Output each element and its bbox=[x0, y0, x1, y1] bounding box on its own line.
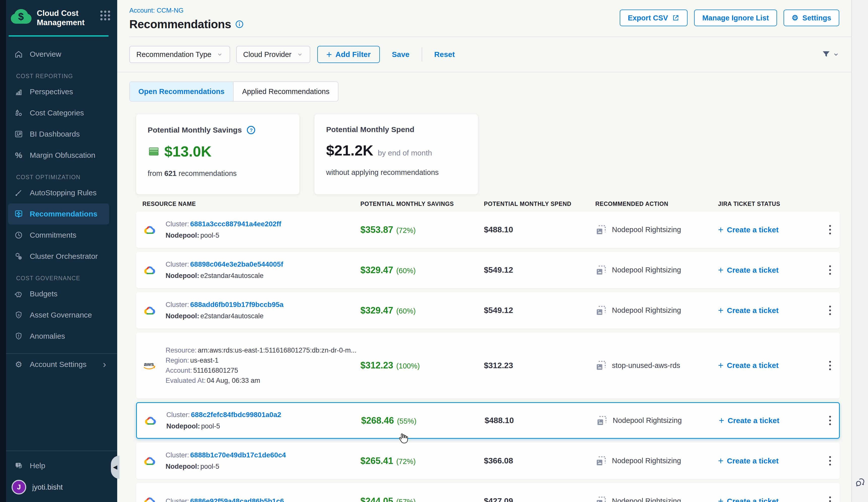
create-ticket-link[interactable]: +Create a ticket bbox=[719, 416, 821, 425]
gear-icon: ⚙ bbox=[792, 14, 798, 22]
col-jira-ticket-status: JIRA TICKET STATUS bbox=[718, 201, 820, 207]
sidebar-item-label: Cost Categories bbox=[30, 108, 84, 117]
row-menu-button[interactable] bbox=[827, 358, 834, 373]
app-switcher-icon[interactable] bbox=[100, 11, 110, 20]
rightsizing-icon bbox=[595, 455, 607, 467]
row-menu-button[interactable] bbox=[827, 222, 834, 237]
table-row[interactable]: aws Resource: arn:aws:rds:us-east-1:5116… bbox=[136, 332, 840, 398]
table-body: Cluster: 6881a3ccc887941a4ee202ff Nodepo… bbox=[136, 211, 840, 502]
header-divider bbox=[129, 36, 851, 37]
row-menu-button[interactable] bbox=[827, 453, 834, 468]
cluster-link[interactable]: 6888b1c70e49db17c1de60c4 bbox=[190, 451, 286, 459]
row-menu-button[interactable] bbox=[827, 494, 834, 502]
row-menu-button[interactable] bbox=[827, 263, 834, 277]
sidebar-item-account-settings[interactable]: ⚙ Account Settings › bbox=[0, 354, 117, 375]
support-chat-icon[interactable] bbox=[855, 477, 866, 488]
cluster-link[interactable]: 6886e92f59a48cad86b5b1c6 bbox=[190, 497, 284, 502]
sidebar-item-bi-dashboards[interactable]: BI Dashboards bbox=[0, 124, 117, 145]
filter-separator bbox=[422, 47, 422, 62]
reset-filter-button[interactable]: Reset bbox=[434, 50, 455, 59]
row-menu-button[interactable] bbox=[827, 413, 834, 428]
avatar[interactable]: J bbox=[12, 480, 26, 494]
table-row[interactable]: Cluster: 6881a3ccc887941a4ee202ff Nodepo… bbox=[136, 211, 840, 248]
google-cloud-icon bbox=[143, 415, 158, 427]
cloud-provider-dropdown[interactable]: Cloud Provider bbox=[236, 46, 310, 63]
money-icon bbox=[148, 146, 160, 157]
rightsizing-icon bbox=[595, 264, 607, 276]
clock-icon bbox=[14, 230, 24, 240]
chevron-down-icon bbox=[833, 51, 839, 58]
create-ticket-link[interactable]: +Create a ticket bbox=[718, 457, 820, 466]
question-icon[interactable]: ? bbox=[246, 125, 256, 135]
tab-applied-recommendations[interactable]: Applied Recommendations bbox=[233, 82, 338, 101]
table-row[interactable]: Cluster: 6888b1c70e49db17c1de60c4 Nodepo… bbox=[136, 442, 840, 479]
help-chat-icon: ? bbox=[14, 461, 24, 471]
sidebar-item-help[interactable]: ? Help bbox=[0, 455, 117, 476]
add-filter-button[interactable]: + Add Filter bbox=[317, 46, 380, 63]
chevron-right-icon: › bbox=[103, 359, 106, 369]
external-link-icon bbox=[672, 14, 680, 22]
rightsizing-icon bbox=[595, 305, 607, 316]
table-header-row: RESOURCE NAME POTENTIAL MONTHLY SAVINGS … bbox=[136, 198, 840, 210]
google-cloud-icon bbox=[142, 304, 157, 316]
chevron-down-icon bbox=[217, 51, 223, 58]
create-ticket-link[interactable]: +Create a ticket bbox=[718, 265, 820, 275]
settings-button[interactable]: ⚙ Settings bbox=[784, 10, 839, 26]
recommendation-type-dropdown[interactable]: Recommendation Type bbox=[129, 46, 230, 63]
save-filter-button[interactable]: Save bbox=[392, 50, 410, 59]
col-potential-monthly-savings: POTENTIAL MONTHLY SAVINGS bbox=[360, 201, 484, 207]
sidebar-item-cluster-orchestrator[interactable]: Cluster Orchestrator bbox=[0, 246, 117, 267]
sidebar-item-autostopping-rules[interactable]: AutoStopping Rules bbox=[0, 182, 117, 203]
chevron-down-icon bbox=[297, 51, 303, 58]
sidebar-item-perspectives[interactable]: Perspectives bbox=[0, 81, 117, 102]
filter-bar: Recommendation Type Cloud Provider + Add… bbox=[117, 37, 851, 72]
sidebar-item-budgets[interactable]: $ Budgets bbox=[0, 283, 117, 304]
svg-text:?: ? bbox=[17, 463, 19, 467]
sidebar-item-label: Overview bbox=[30, 50, 61, 59]
create-ticket-link[interactable]: +Create a ticket bbox=[718, 361, 820, 370]
recommendations-table: RESOURCE NAME POTENTIAL MONTHLY SAVINGS … bbox=[136, 198, 840, 502]
page-title: Recommendations bbox=[129, 18, 231, 31]
user-profile[interactable]: J jyoti.bisht bbox=[0, 476, 117, 502]
rightsizing-icon bbox=[595, 224, 607, 236]
table-row[interactable]: Cluster: 688add6fb019b17f9bccb95a Nodepo… bbox=[136, 292, 840, 328]
account-breadcrumb[interactable]: Account: CCM-NG bbox=[129, 7, 184, 14]
sidebar-item-cost-categories[interactable]: Cost Categories bbox=[0, 102, 117, 124]
filter-panel-toggle[interactable] bbox=[821, 49, 839, 60]
action-label: Nodepool Rightsizing bbox=[612, 226, 681, 234]
sidebar-item-label: Margin Obfuscation bbox=[30, 151, 95, 159]
sidebar-item-label: Recommendations bbox=[30, 210, 97, 218]
row-menu-button[interactable] bbox=[827, 303, 834, 317]
sidebar-item-asset-governance[interactable]: $ Asset Governance bbox=[0, 304, 117, 326]
sidebar-item-recommendations[interactable]: Recommendations bbox=[8, 203, 109, 224]
sidebar-item-label: Account Settings bbox=[30, 360, 86, 369]
cluster-link[interactable]: 68898c064e3e2ba0e544005f bbox=[190, 260, 283, 268]
shield-dollar-icon: $ bbox=[14, 310, 24, 320]
cluster-link[interactable]: 688add6fb019b17f9bccb95a bbox=[190, 301, 283, 308]
export-csv-button[interactable]: Export CSV bbox=[620, 10, 688, 26]
shapes-icon bbox=[14, 108, 24, 118]
table-row-selected[interactable]: Cluster: 688c2fefc84fbdc99801a0a2 Nodepo… bbox=[136, 402, 840, 439]
sidebar-item-margin-obfuscation[interactable]: % Margin Obfuscation bbox=[0, 145, 117, 166]
google-cloud-icon bbox=[142, 264, 157, 276]
sidebar-item-label: Commitments bbox=[30, 231, 76, 239]
create-ticket-link[interactable]: +Create a ticket bbox=[718, 306, 820, 315]
spend-note: by end of month bbox=[378, 149, 432, 157]
info-icon[interactable] bbox=[235, 20, 244, 29]
sidebar-item-commitments[interactable]: Commitments bbox=[0, 224, 117, 246]
create-ticket-link[interactable]: +Create a ticket bbox=[718, 225, 820, 234]
manage-ignore-list-button[interactable]: Manage Ignore List bbox=[694, 10, 777, 26]
table-row[interactable]: Cluster: 6886e92f59a48cad86b5b1c6 $244.0… bbox=[136, 483, 840, 502]
savings-value: $353.87 bbox=[360, 224, 393, 235]
cluster-link[interactable]: 688c2fefc84fbdc99801a0a2 bbox=[191, 411, 281, 419]
sidebar-edge bbox=[0, 0, 6, 502]
tab-open-recommendations[interactable]: Open Recommendations bbox=[130, 82, 233, 101]
savings-card-title: Potential Monthly Savings bbox=[148, 126, 242, 134]
sidebar-item-label: Asset Governance bbox=[30, 311, 92, 319]
sidebar-item-overview[interactable]: Overview bbox=[0, 44, 117, 65]
sidebar-item-anomalies[interactable]: Anomalies bbox=[0, 326, 117, 347]
table-row[interactable]: Cluster: 68898c064e3e2ba0e544005f Nodepo… bbox=[136, 252, 840, 288]
page-header: Account: CCM-NG Recommendations Export C… bbox=[117, 0, 851, 37]
cluster-link[interactable]: 6881a3ccc887941a4ee202ff bbox=[190, 220, 281, 228]
create-ticket-link[interactable]: +Create a ticket bbox=[718, 497, 820, 502]
